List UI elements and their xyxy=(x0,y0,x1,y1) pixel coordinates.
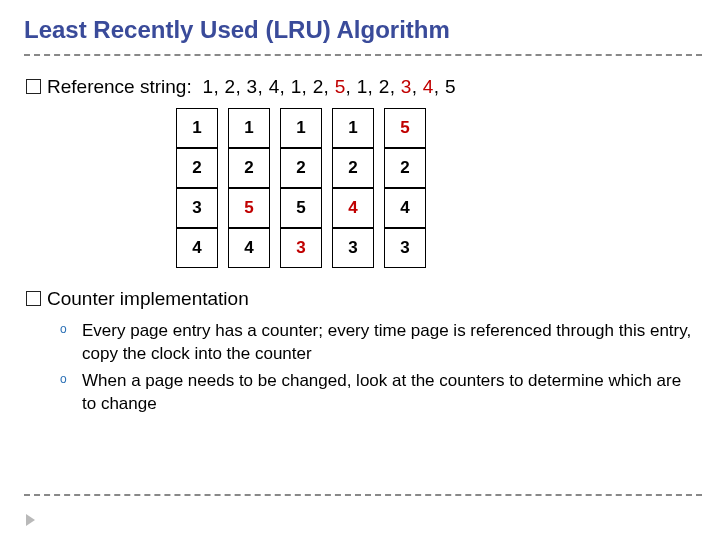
table-cell: 1 xyxy=(332,108,374,148)
page-title: Least Recently Used (LRU) Algorithm xyxy=(0,0,720,54)
table-cell: 3 xyxy=(280,228,322,268)
table-cell: 2 xyxy=(280,148,322,188)
ref-part-1: 1, 2, 3, 4, 1, 2, xyxy=(203,76,335,97)
checkbox-icon xyxy=(26,79,41,94)
counter-line: Counter implementation xyxy=(26,288,694,310)
table-cell: 4 xyxy=(228,228,270,268)
table-cell: 3 xyxy=(332,228,374,268)
counter-label: Counter implementation xyxy=(47,288,249,309)
table-row: 22222 xyxy=(176,148,426,188)
ref-part-3: , xyxy=(412,76,423,97)
table-cell: 4 xyxy=(332,188,374,228)
table-cell: 3 xyxy=(176,188,218,228)
footer-arrow-icon xyxy=(26,514,35,526)
list-item: When a page needs to be changed, look at… xyxy=(56,370,694,416)
checkbox-icon xyxy=(26,291,41,306)
table-cell: 2 xyxy=(332,148,374,188)
ref-red-3: 4 xyxy=(423,76,434,97)
ref-part-2: , 1, 2, xyxy=(346,76,401,97)
ref-red-1: 5 xyxy=(335,76,346,97)
ref-part-4: , 5 xyxy=(434,76,456,97)
lru-frame-table: 11115222223554444333 xyxy=(166,108,436,268)
table-cell: 3 xyxy=(384,228,426,268)
table-cell: 2 xyxy=(228,148,270,188)
reference-line: Reference string: 1, 2, 3, 4, 1, 2, 5, 1… xyxy=(26,76,694,98)
reference-string: 1, 2, 3, 4, 1, 2, 5, 1, 2, 3, 4, 5 xyxy=(197,76,456,97)
table-cell: 2 xyxy=(384,148,426,188)
table-cell: 5 xyxy=(228,188,270,228)
counter-sublist: Every page entry has a counter; every ti… xyxy=(56,320,694,416)
table-cell: 5 xyxy=(384,108,426,148)
table-cell: 4 xyxy=(176,228,218,268)
table-cell: 5 xyxy=(280,188,322,228)
table-cell: 1 xyxy=(176,108,218,148)
divider-bottom xyxy=(24,494,702,496)
content-area: Reference string: 1, 2, 3, 4, 1, 2, 5, 1… xyxy=(0,56,720,416)
table-cell: 2 xyxy=(176,148,218,188)
table-row: 11115 xyxy=(176,108,426,148)
table-cell: 1 xyxy=(228,108,270,148)
table-cell: 1 xyxy=(280,108,322,148)
reference-label: Reference string: xyxy=(47,76,192,97)
table-row: 35544 xyxy=(176,188,426,228)
ref-red-2: 3 xyxy=(401,76,412,97)
table-cell: 4 xyxy=(384,188,426,228)
table-row: 44333 xyxy=(176,228,426,268)
list-item: Every page entry has a counter; every ti… xyxy=(56,320,694,366)
